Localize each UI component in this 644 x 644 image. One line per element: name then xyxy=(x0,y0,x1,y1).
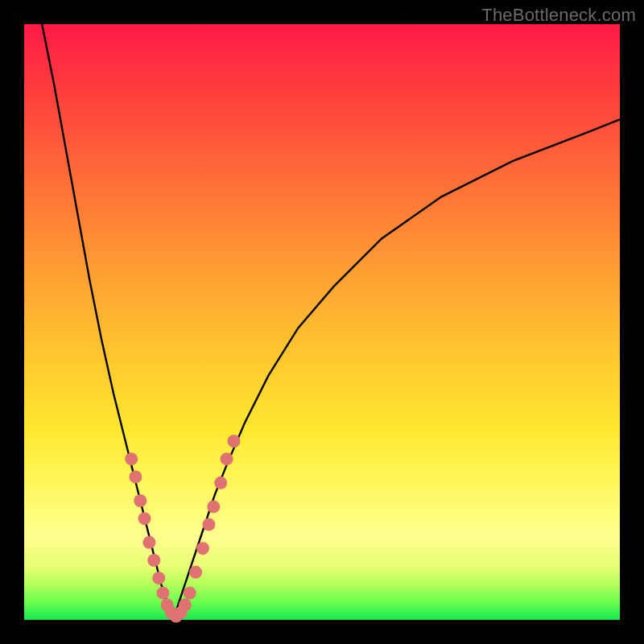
scatter-dot xyxy=(221,452,233,465)
scatter-dot xyxy=(138,512,151,525)
curve-right xyxy=(173,119,620,620)
scatter-dot xyxy=(179,599,192,612)
scatter-dot xyxy=(129,470,142,483)
scatter-dots xyxy=(125,435,240,623)
scatter-dot xyxy=(152,572,165,584)
chart-svg xyxy=(24,24,620,620)
chart-frame: TheBottleneck.com xyxy=(0,0,644,644)
scatter-dot xyxy=(214,477,227,489)
scatter-dot xyxy=(142,536,155,549)
plot-area xyxy=(24,24,620,620)
scatter-dot xyxy=(202,518,215,531)
scatter-dot xyxy=(125,452,138,465)
scatter-dot xyxy=(134,494,147,507)
scatter-dot xyxy=(147,554,160,567)
scatter-dot xyxy=(156,587,169,600)
curve-left xyxy=(42,24,173,620)
watermark-text: TheBottleneck.com xyxy=(481,5,636,26)
scatter-dot xyxy=(189,566,202,579)
scatter-dot xyxy=(196,542,209,555)
scatter-dot xyxy=(228,435,241,448)
scatter-dot xyxy=(184,587,196,600)
scatter-dot xyxy=(207,500,220,513)
